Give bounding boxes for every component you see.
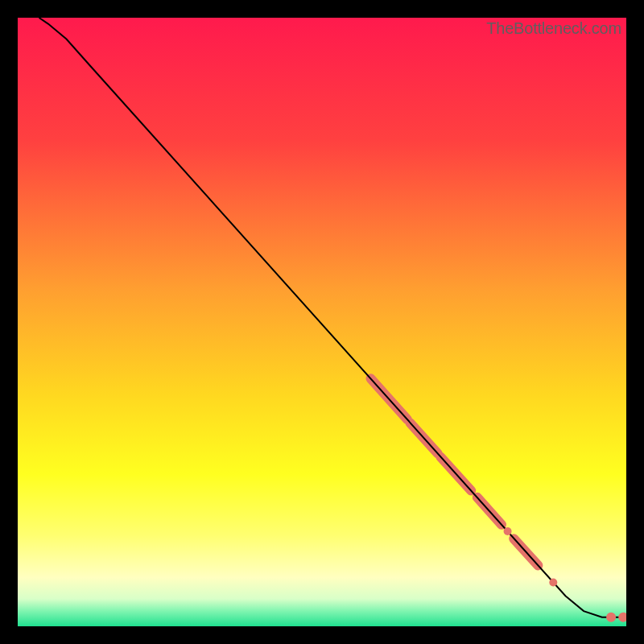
watermark-text: TheBottleneck.com	[486, 19, 621, 38]
gradient-background	[18, 18, 626, 626]
highlight-point	[549, 579, 557, 587]
chart-svg	[18, 18, 626, 626]
chart-frame: TheBottleneck.com	[18, 18, 626, 626]
highlight-point	[606, 613, 616, 622]
highlight-point	[504, 527, 512, 535]
